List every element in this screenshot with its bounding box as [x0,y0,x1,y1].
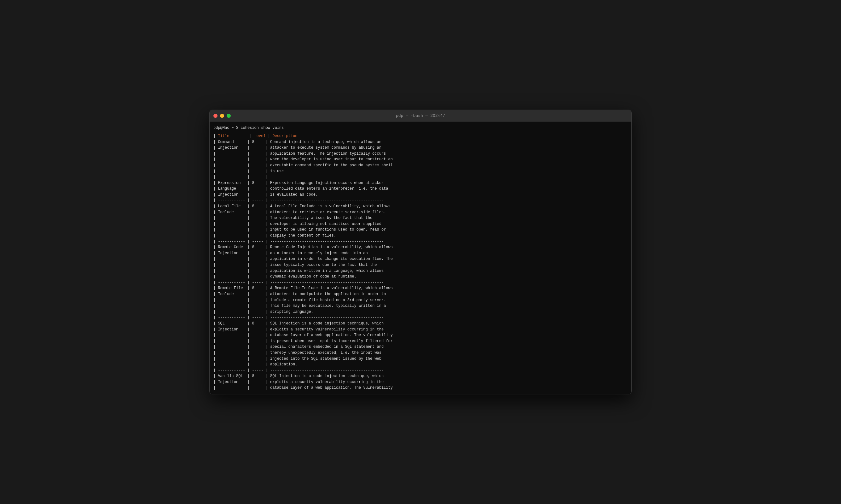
window-title: pdp — -bash — 202×47 [396,113,445,118]
minimize-button[interactable] [220,114,224,118]
terminal-body: pdp@Mac ~ $ cohesion show vulns | Title … [210,122,631,394]
titlebar: pdp — -bash — 202×47 [210,110,631,122]
prompt-line: pdp@Mac ~ $ cohesion show vulns [213,125,628,131]
table-output: | Title | Level | Description | Command … [213,133,628,391]
maximize-button[interactable] [227,114,231,118]
traffic-lights [213,114,231,118]
terminal-window: pdp — -bash — 202×47 pdp@Mac ~ $ cohesio… [209,110,632,394]
close-button[interactable] [213,114,217,118]
